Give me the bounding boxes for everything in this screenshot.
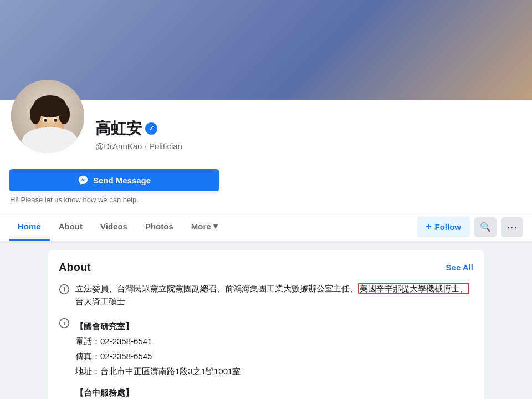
- svg-point-11: [54, 119, 57, 122]
- bio-text-after: 台大資工碩士: [75, 296, 125, 306]
- about-card: About See All i 立法委員、台灣民眾黨立院黨團副總召、前鴻海集團工…: [48, 250, 484, 399]
- send-message-button[interactable]: Send Message: [9, 169, 219, 191]
- info-icon-1: i: [59, 284, 70, 295]
- tab-about[interactable]: About: [50, 214, 91, 241]
- bio-highlighted: 美國辛辛那提大學機械博士、: [358, 283, 469, 294]
- addr1-label: 地址：: [75, 366, 100, 376]
- search-icon: 🔍: [480, 222, 491, 232]
- tel1-value: 02-2358-6541: [100, 336, 152, 346]
- svg-rect-7: [34, 103, 65, 114]
- chevron-down-icon: ▾: [213, 221, 218, 231]
- follow-button[interactable]: + Follow: [417, 217, 470, 237]
- bio-info-item: i 立法委員、台灣民眾黨立院黨團副總召、前鴻海集團工業大數據辦公室主任、美國辛辛…: [59, 283, 473, 308]
- bio-text: 立法委員、台灣民眾黨立院黨團副總召、前鴻海集團工業大數據辦公室主任、美國辛辛那提…: [75, 283, 473, 308]
- info-icon-2: i: [59, 318, 70, 329]
- tab-photos[interactable]: Photos: [136, 214, 182, 241]
- profile-name: 高虹安 ✓: [95, 118, 182, 139]
- nav-actions: + Follow 🔍 ···: [417, 217, 523, 237]
- contact-info-item: i 【國會研究室】 電話：02-2358-6541 傳真：02-2358-654…: [59, 316, 473, 399]
- fax1-label: 傳真：: [75, 351, 100, 361]
- addr1-value: 台北市中正區濟南路1段3之1號1001室: [100, 366, 241, 376]
- see-all-link[interactable]: See All: [446, 263, 473, 272]
- tel1-label: 電話：: [75, 336, 100, 346]
- svg-text:i: i: [63, 285, 65, 293]
- send-message-section: Send Message Hi! Please let us know how …: [0, 162, 532, 213]
- verified-badge: ✓: [145, 122, 157, 135]
- tab-videos[interactable]: Videos: [91, 214, 136, 241]
- ellipsis-icon: ···: [507, 221, 518, 233]
- tab-home[interactable]: Home: [9, 214, 50, 241]
- main-content: About See All i 立法委員、台灣民眾黨立院黨團副總召、前鴻海集團工…: [39, 250, 493, 399]
- help-text: Hi! Please let us know how we can help.: [9, 196, 523, 204]
- more-options-button[interactable]: ···: [501, 217, 523, 237]
- navigation: Home About Videos Photos More ▾ + Follow…: [0, 213, 532, 241]
- plus-icon: +: [426, 221, 432, 233]
- fax1-value: 02-2358-6545: [100, 351, 152, 361]
- profile-info: 高虹安 ✓ @DrAnnKao · Politician: [95, 118, 182, 155]
- office2-title: 【台中服務處】: [75, 388, 134, 397]
- about-title: About: [59, 261, 91, 274]
- about-header: About See All: [59, 261, 473, 274]
- contact-block: 【國會研究室】 電話：02-2358-6541 傳真：02-2358-6545 …: [75, 319, 260, 399]
- messenger-icon: [78, 175, 89, 186]
- search-button[interactable]: 🔍: [474, 217, 497, 237]
- nav-tabs: Home About Videos Photos More ▾: [9, 213, 227, 241]
- name-text: 高虹安: [95, 118, 142, 139]
- office1-title: 【國會研究室】: [75, 321, 134, 331]
- tab-more[interactable]: More ▾: [182, 213, 227, 241]
- bio-text-before: 立法委員、台灣民眾黨立院黨團副總召、前鴻海集團工業大數據辦公室主任、: [75, 284, 358, 293]
- send-message-label: Send Message: [93, 176, 151, 185]
- follow-label: Follow: [435, 222, 462, 232]
- svg-point-10: [44, 119, 47, 122]
- more-label: More: [191, 222, 211, 231]
- svg-text:i: i: [63, 319, 65, 326]
- avatar: [9, 78, 86, 155]
- profile-handle: @DrAnnKao · Politician: [95, 141, 182, 151]
